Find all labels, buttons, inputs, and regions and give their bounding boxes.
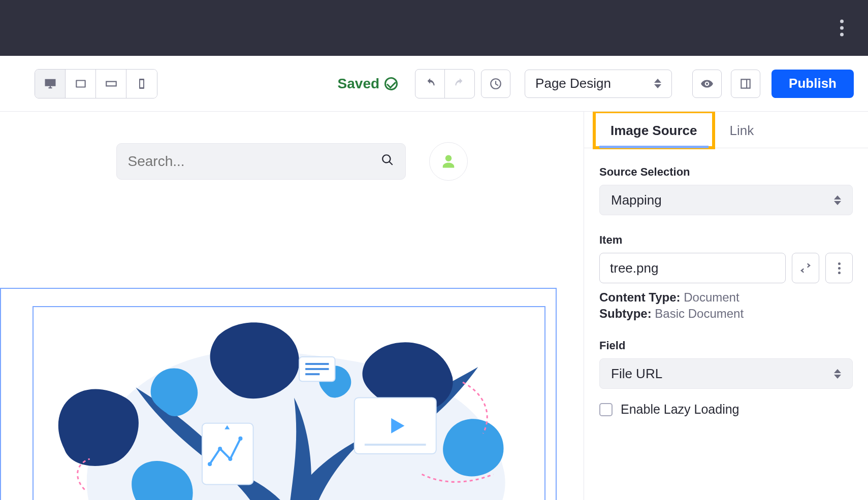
desktop-icon bbox=[43, 77, 57, 91]
source-selection-value: Mapping bbox=[611, 192, 662, 208]
tab-image-source[interactable]: Image Source bbox=[594, 112, 714, 148]
tablet-icon bbox=[74, 77, 87, 90]
subtype-line: Subtype: Basic Document bbox=[599, 307, 853, 321]
undo-redo-group bbox=[415, 69, 475, 98]
content-type-line: Content Type: Document bbox=[599, 290, 853, 305]
more-vertical-icon bbox=[838, 262, 841, 274]
undo-icon bbox=[424, 77, 437, 90]
lazy-loading-row: Enable Lazy Loading bbox=[599, 402, 853, 417]
check-circle-icon bbox=[384, 77, 398, 90]
field-select[interactable]: File URL bbox=[599, 358, 853, 389]
user-icon bbox=[441, 154, 456, 169]
eye-icon bbox=[700, 77, 714, 90]
item-label: Item bbox=[599, 234, 853, 247]
editor-toolbar: Saved Page Design Publish bbox=[0, 56, 868, 112]
svg-point-8 bbox=[208, 462, 212, 466]
swap-icon bbox=[799, 262, 812, 274]
device-tablet-landscape-button[interactable] bbox=[66, 70, 96, 98]
search-input[interactable] bbox=[128, 153, 375, 170]
image-element[interactable] bbox=[33, 306, 545, 500]
search-icon bbox=[381, 153, 394, 170]
content-type-value: Document bbox=[684, 290, 739, 304]
panel-icon bbox=[739, 77, 752, 90]
preview-button[interactable] bbox=[692, 70, 722, 98]
source-selection-label: Source Selection bbox=[599, 165, 853, 179]
item-more-button[interactable] bbox=[825, 253, 853, 283]
lazy-loading-label[interactable]: Enable Lazy Loading bbox=[621, 402, 740, 417]
more-vertical-icon bbox=[840, 20, 844, 37]
item-swap-button[interactable] bbox=[792, 253, 819, 283]
header-more-button[interactable] bbox=[836, 16, 848, 41]
saved-label: Saved bbox=[338, 76, 380, 92]
redo-button[interactable] bbox=[445, 70, 474, 98]
page-mode-select[interactable]: Page Design bbox=[525, 70, 672, 98]
field-label: Field bbox=[599, 339, 853, 352]
item-input[interactable] bbox=[599, 253, 786, 283]
selected-fragment[interactable] bbox=[0, 288, 557, 500]
layout-panel-button[interactable] bbox=[731, 70, 760, 98]
main-area: Image Source Link Source Selection Mappi… bbox=[0, 112, 868, 500]
canvas-search-row bbox=[116, 142, 468, 181]
tablet-landscape-icon bbox=[105, 77, 118, 90]
device-tablet-portrait-button[interactable] bbox=[96, 70, 126, 98]
canvas-area bbox=[0, 112, 584, 500]
lazy-loading-checkbox[interactable] bbox=[599, 403, 613, 416]
svg-point-9 bbox=[218, 447, 222, 451]
svg-point-11 bbox=[238, 437, 242, 441]
device-mobile-button[interactable] bbox=[126, 70, 157, 98]
subtype-value: Basic Document bbox=[655, 307, 744, 320]
select-caret-icon bbox=[834, 195, 841, 205]
field-value: File URL bbox=[611, 366, 662, 382]
undo-button[interactable] bbox=[415, 70, 445, 98]
save-status: Saved bbox=[338, 76, 398, 92]
device-preview-group bbox=[35, 69, 157, 98]
item-row bbox=[599, 253, 853, 283]
source-selection-select[interactable]: Mapping bbox=[599, 185, 853, 215]
svg-rect-7 bbox=[202, 423, 253, 485]
subtype-label: Subtype: bbox=[599, 307, 652, 320]
sidebar-tabs: Image Source Link bbox=[584, 112, 868, 148]
redo-icon bbox=[453, 77, 466, 90]
select-caret-icon bbox=[834, 369, 841, 379]
app-header bbox=[0, 0, 868, 56]
clock-icon bbox=[489, 77, 502, 90]
mobile-icon bbox=[136, 78, 148, 90]
search-box[interactable] bbox=[116, 143, 406, 180]
publish-button[interactable]: Publish bbox=[771, 70, 854, 98]
properties-sidebar: Image Source Link Source Selection Mappi… bbox=[584, 112, 868, 500]
toolbar-right-icons bbox=[692, 70, 760, 98]
device-desktop-button[interactable] bbox=[35, 70, 66, 98]
history-button[interactable] bbox=[481, 70, 510, 98]
tab-link[interactable]: Link bbox=[714, 112, 770, 148]
content-type-label: Content Type: bbox=[599, 290, 681, 304]
user-avatar[interactable] bbox=[429, 142, 468, 181]
page-mode-value: Page Design bbox=[535, 76, 611, 91]
select-caret-icon bbox=[654, 79, 661, 88]
svg-point-10 bbox=[228, 457, 232, 461]
tree-illustration bbox=[34, 307, 544, 500]
